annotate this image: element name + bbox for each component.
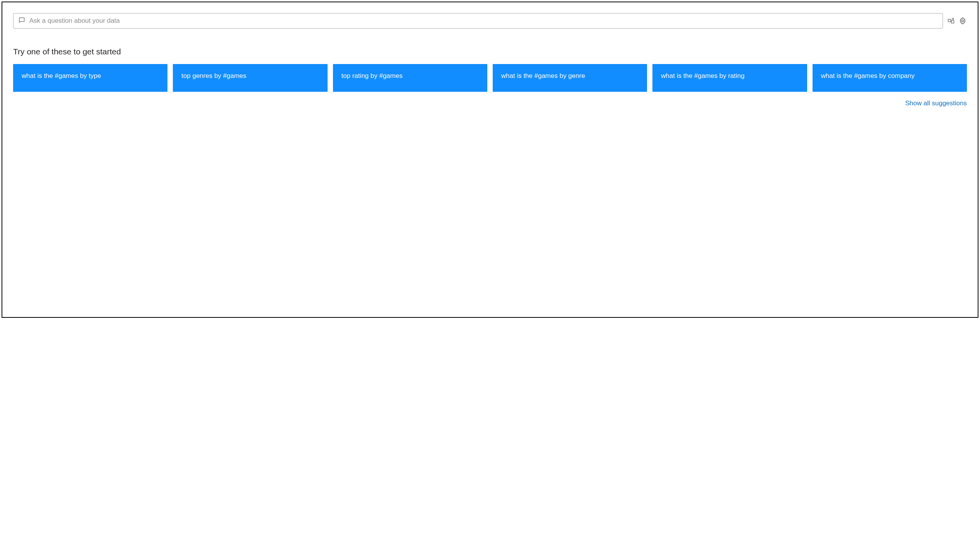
suggestion-card[interactable]: what is the #games by rating: [652, 64, 807, 92]
qna-panel: Try one of these to get started what is …: [2, 2, 978, 318]
suggestion-card[interactable]: top rating by #games: [333, 64, 487, 92]
show-all-suggestions-link[interactable]: Show all suggestions: [905, 100, 967, 107]
question-box[interactable]: [13, 13, 943, 29]
suggestion-card-label: what is the #games by company: [821, 72, 915, 81]
top-row: [13, 13, 967, 29]
svg-point-2: [962, 20, 964, 22]
suggestion-card-label: top rating by #games: [341, 72, 403, 81]
suggestion-card[interactable]: top genres by #games: [173, 64, 327, 92]
svg-rect-0: [948, 19, 951, 22]
suggestion-card-label: what is the #games by genre: [501, 72, 585, 81]
suggestion-cards: what is the #games by type top genres by…: [13, 64, 967, 92]
chat-icon: [18, 17, 25, 25]
svg-rect-1: [951, 20, 954, 23]
suggestions-heading: Try one of these to get started: [13, 47, 967, 56]
suggestion-card-label: top genres by #games: [181, 72, 246, 81]
suggestion-card[interactable]: what is the #games by company: [813, 64, 967, 92]
gear-icon[interactable]: [958, 17, 967, 25]
suggestion-card[interactable]: what is the #games by genre: [493, 64, 647, 92]
suggestion-card-label: what is the #games by rating: [661, 72, 744, 81]
show-all-row: Show all suggestions: [13, 100, 967, 107]
toolbar-icons: [947, 17, 967, 25]
suggestion-card[interactable]: what is the #games by type: [13, 64, 167, 92]
convert-visual-icon[interactable]: [947, 17, 955, 25]
question-input[interactable]: [29, 17, 938, 25]
suggestion-card-label: what is the #games by type: [22, 72, 101, 81]
